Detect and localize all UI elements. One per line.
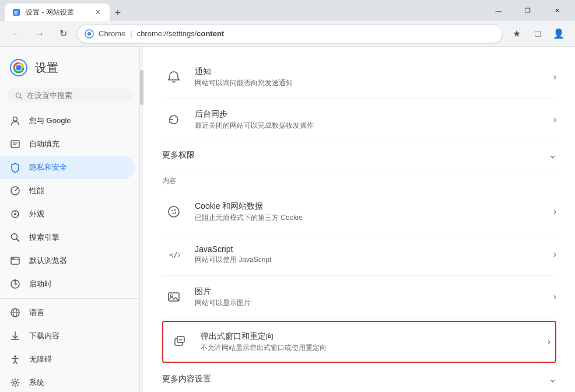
content-inner: 通知 网站可以询问能否向您发送通知 › 后台同步 最近关闭的网站可以完成数据收发… <box>143 47 575 392</box>
titlebar: ⚙ 设置 - 网站设置 ✕ + — ❐ ✕ <box>0 0 575 21</box>
popups-title: 弹出式窗口和重定向 <box>201 331 543 342</box>
sidebar-item-search[interactable]: 搜索引擎 <box>0 226 135 249</box>
notification-icon <box>162 65 185 89</box>
notifications-arrow: › <box>553 72 556 82</box>
svg-point-46 <box>171 295 173 297</box>
svg-text:⚙: ⚙ <box>13 10 18 16</box>
sidebar-item-downloads[interactable]: 下载内容 <box>0 324 135 348</box>
cookie-icon <box>162 200 185 223</box>
sidebar-item-autofill-label: 自动填充 <box>29 139 59 149</box>
sidebar-item-google[interactable]: 您与 Google <box>0 109 135 132</box>
language-icon <box>9 307 21 318</box>
popups-desc: 不允许网站显示弹出式窗口或使用重定向 <box>201 343 543 353</box>
svg-point-17 <box>12 215 13 216</box>
url-separator: | <box>130 29 132 38</box>
svg-rect-9 <box>11 141 19 148</box>
javascript-icon: </> <box>162 243 185 266</box>
popups-arrow: › <box>548 337 551 347</box>
svg-point-3 <box>87 32 91 36</box>
svg-point-40 <box>171 210 173 211</box>
cookies-arrow: › <box>553 206 556 217</box>
sidebar-item-system[interactable]: 系统 <box>0 371 135 392</box>
settings-item-cookies[interactable]: Cookie 和网站数据 已阻止无痕模式下的第三方 Cookie › <box>162 191 556 233</box>
sidebar-item-downloads-label: 下载内容 <box>29 331 59 341</box>
svg-line-37 <box>15 361 17 363</box>
cookies-text: Cookie 和网站数据 已阻止无痕模式下的第三方 Cookie <box>195 201 549 223</box>
sidebar-item-startup[interactable]: 启动时 <box>0 272 135 296</box>
svg-point-14 <box>14 213 16 215</box>
tab-title: 设置 - 网站设置 <box>26 8 89 18</box>
sidebar-item-privacy-label: 隐私和安全 <box>29 162 67 173</box>
svg-line-7 <box>20 97 22 99</box>
account-button[interactable]: 👤 <box>549 24 568 43</box>
notifications-desc: 网站可以询问能否向您发送通知 <box>195 78 549 88</box>
search-input[interactable] <box>27 91 124 100</box>
close-button[interactable]: ✕ <box>544 1 570 20</box>
startup-icon <box>9 278 21 290</box>
more-content-settings-arrow: ⌄ <box>549 373 556 384</box>
address-bar[interactable]: Chrome | chrome://settings/content <box>77 24 503 43</box>
svg-point-22 <box>12 258 13 259</box>
new-tab-button[interactable]: + <box>110 5 126 21</box>
sidebar-item-autofill[interactable]: 自动填充 <box>0 132 135 156</box>
svg-point-41 <box>174 209 176 211</box>
forward-button[interactable]: → <box>30 24 49 43</box>
more-permissions-title: 更多权限 <box>162 150 195 160</box>
minimize-button[interactable]: — <box>485 1 512 20</box>
tab-close-button[interactable]: ✕ <box>93 8 103 17</box>
search-icon <box>15 92 22 100</box>
sidebar-item-performance-label: 性能 <box>29 186 44 196</box>
popups-icon <box>168 330 191 354</box>
appearance-icon <box>9 208 21 220</box>
search-engine-icon <box>9 232 21 243</box>
settings-item-javascript[interactable]: </> JavaScript 网站可以使用 JavaScript › <box>162 233 556 276</box>
bookmark-button[interactable]: ★ <box>507 24 526 43</box>
tab-favicon: ⚙ <box>12 8 21 17</box>
more-content-settings-section[interactable]: 更多内容设置 ⌄ <box>162 365 556 392</box>
search-bar <box>0 84 139 107</box>
download-icon <box>9 330 21 342</box>
popups-highlight-border: 弹出式窗口和重定向 不允许网站显示弹出式窗口或使用重定向 › <box>162 321 556 363</box>
more-content-settings-title: 更多内容设置 <box>162 374 211 384</box>
sidebar-item-language[interactable]: 语言 <box>0 301 135 324</box>
restore-button[interactable]: ❐ <box>514 1 541 20</box>
url-display: chrome://settings/content <box>137 29 225 38</box>
javascript-arrow: › <box>553 249 556 260</box>
settings-item-background-sync[interactable]: 后台同步 最近关闭的网站可以完成数据收发操作 › <box>162 99 556 141</box>
background-sync-desc: 最近关闭的网站可以完成数据收发操作 <box>195 121 549 131</box>
settings-item-images[interactable]: 图片 网站可以显示图片 › <box>162 276 556 318</box>
sidebar-item-search-label: 搜索引擎 <box>29 232 59 243</box>
svg-point-16 <box>17 215 18 216</box>
split-view-button[interactable]: □ <box>528 24 547 43</box>
main-layout: 设置 您与 Google <box>0 47 575 392</box>
chrome-label: Chrome <box>99 29 125 38</box>
sidebar-item-google-label: 您与 Google <box>29 116 71 126</box>
back-button[interactable]: ← <box>7 24 26 43</box>
accessibility-icon <box>9 354 21 365</box>
settings-item-notifications[interactable]: 通知 网站可以询问能否向您发送通知 › <box>162 56 556 99</box>
sidebar-item-accessibility[interactable]: 无障碍 <box>0 348 135 371</box>
settings-item-popups[interactable]: 弹出式窗口和重定向 不允许网站显示弹出式窗口或使用重定向 › <box>163 322 555 362</box>
refresh-button[interactable]: ↻ <box>54 24 72 43</box>
sidebar: 设置 您与 Google <box>0 47 140 392</box>
sidebar-item-performance[interactable]: 性能 <box>0 179 135 202</box>
tab-area: ⚙ 设置 - 网站设置 ✕ + <box>5 0 481 21</box>
active-tab[interactable]: ⚙ 设置 - 网站设置 ✕ <box>5 4 110 21</box>
search-input-wrap[interactable] <box>7 88 132 103</box>
sidebar-header: 设置 <box>0 51 139 84</box>
sidebar-item-appearance[interactable]: 外观 <box>0 202 135 226</box>
javascript-title: JavaScript <box>195 244 549 254</box>
svg-text:</>: </> <box>169 251 180 259</box>
svg-point-38 <box>14 382 17 384</box>
sidebar-item-privacy[interactable]: 隐私和安全 <box>0 156 135 179</box>
javascript-desc: 网站可以使用 JavaScript <box>195 255 549 265</box>
sidebar-item-browser[interactable]: 默认浏览器 <box>0 249 135 272</box>
more-permissions-section[interactable]: 更多权限 ⌄ <box>162 141 556 169</box>
sidebar-item-startup-label: 启动时 <box>29 279 52 289</box>
javascript-text: JavaScript 网站可以使用 JavaScript <box>195 244 549 265</box>
scroll-thumb[interactable] <box>140 70 143 105</box>
svg-point-33 <box>14 355 16 358</box>
notifications-text: 通知 网站可以询问能否向您发送通知 <box>195 66 549 88</box>
images-text: 图片 网站可以显示图片 <box>195 286 549 308</box>
images-icon <box>162 285 185 309</box>
